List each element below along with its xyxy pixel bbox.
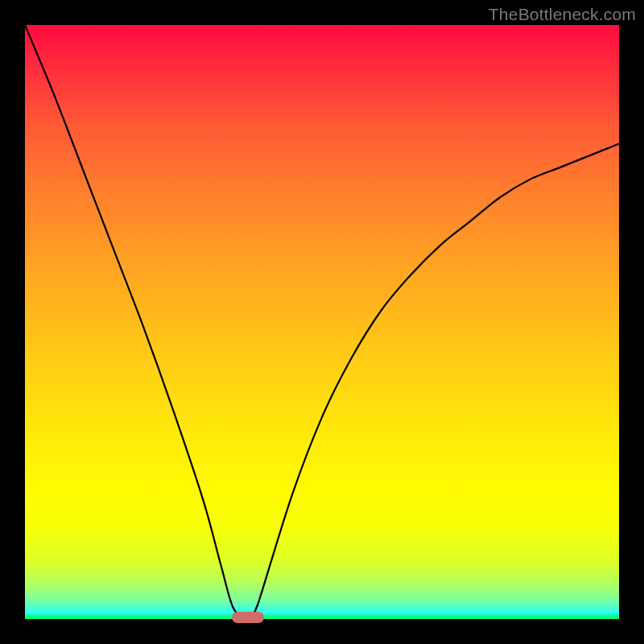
frame-left bbox=[0, 0, 25, 644]
optimal-marker bbox=[232, 612, 264, 623]
chart-container: TheBottleneck.com bbox=[0, 0, 644, 644]
watermark-text: TheBottleneck.com bbox=[489, 5, 636, 24]
bottleneck-curve bbox=[25, 25, 619, 619]
curve-svg bbox=[25, 25, 619, 619]
frame-right bbox=[619, 0, 644, 644]
plot-area bbox=[25, 25, 619, 619]
frame-bottom bbox=[0, 619, 644, 644]
